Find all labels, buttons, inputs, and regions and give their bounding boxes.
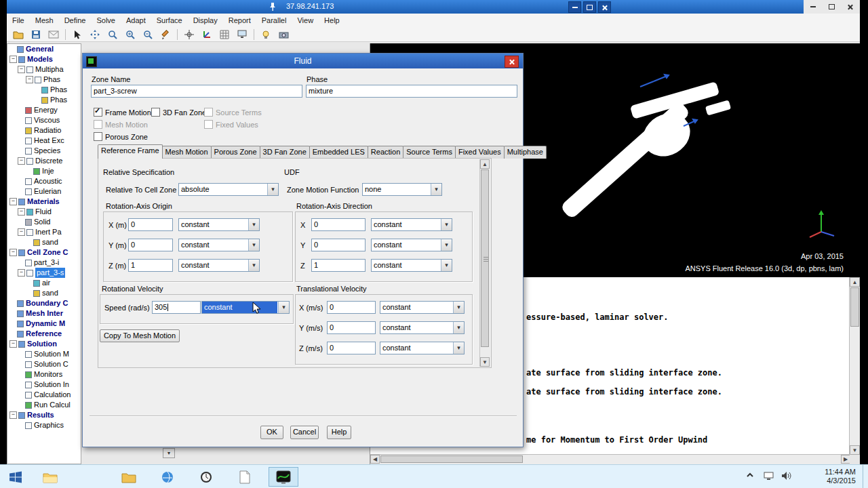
menu-file[interactable]: File <box>7 14 30 27</box>
clock[interactable]: 11:44 AM 4/3/2015 <box>825 468 856 485</box>
tree-item-air[interactable]: air <box>7 278 81 288</box>
tree-item-cell-zone-conditions[interactable]: Cell Zone C <box>7 247 81 258</box>
tree-item-dynamic-mesh[interactable]: Dynamic M <box>7 319 81 329</box>
tree-item-general[interactable]: General <box>7 44 81 54</box>
zoom-in-icon[interactable] <box>121 27 139 42</box>
frame-motion-checkbox[interactable]: Frame Motion <box>94 108 151 117</box>
x-direction-input[interactable]: 0 <box>311 218 366 231</box>
collapse-icon[interactable] <box>9 198 17 205</box>
menu-view[interactable]: View <box>292 14 319 27</box>
menu-surface[interactable]: Surface <box>151 14 188 27</box>
z-velocity-input[interactable]: 0 <box>327 342 376 354</box>
start-button[interactable] <box>1 467 30 487</box>
mail-icon[interactable] <box>45 27 62 42</box>
ok-button[interactable]: OK <box>260 426 283 439</box>
taskbar-documents[interactable] <box>114 467 144 487</box>
tree-item-solution[interactable]: Solution <box>7 339 81 349</box>
tree-item-results[interactable]: Results <box>7 410 81 420</box>
tree-item-acoustics[interactable]: Acoustic <box>7 176 81 186</box>
z-origin-fn-select[interactable]: constant <box>178 259 260 272</box>
z-origin-input[interactable]: 1 <box>128 259 173 272</box>
x-velocity-input[interactable]: 0 <box>327 301 376 314</box>
tree-item-part3-screw-selected[interactable]: part_3-s <box>7 268 81 278</box>
phase-input[interactable]: mixture <box>306 85 517 98</box>
speed-fn-select[interactable]: constant <box>201 301 290 314</box>
open-icon[interactable] <box>9 27 27 42</box>
tree-item-solid[interactable]: Solid <box>7 217 81 227</box>
y-direction-fn-select[interactable]: constant <box>371 239 452 251</box>
fan-zone-checkbox[interactable]: 3D Fan Zone <box>151 108 206 117</box>
tray-expand-icon[interactable] <box>746 471 754 481</box>
tree-item-fluid[interactable]: Fluid <box>7 207 81 217</box>
tree-item-solution-controls[interactable]: Solution C <box>7 359 81 369</box>
menu-mesh[interactable]: Mesh <box>30 14 59 27</box>
collapse-icon[interactable] <box>9 411 17 419</box>
taskbar-clock-app[interactable] <box>191 467 221 487</box>
scroll-left-icon[interactable]: ◀ <box>370 455 380 464</box>
taskbar-fluent-app[interactable] <box>269 467 298 487</box>
scroll-thumb[interactable] <box>850 287 859 327</box>
tab-embedded-les[interactable]: Embedded LES <box>309 146 368 159</box>
tree-item-discrete-phase[interactable]: Discrete <box>7 156 81 166</box>
pin-icon[interactable] <box>269 2 277 13</box>
tab-3d-fan-zone[interactable]: 3D Fan Zone <box>260 146 310 159</box>
scroll-right-icon[interactable]: ▶ <box>841 455 850 464</box>
dialog-close-button[interactable] <box>505 56 519 68</box>
x-origin-fn-select[interactable]: constant <box>178 218 260 231</box>
x-velocity-fn-select[interactable]: constant <box>380 301 465 314</box>
collapse-icon[interactable] <box>9 249 17 256</box>
tab-multiphase[interactable]: Multiphase <box>504 146 547 159</box>
speed-input[interactable]: 305 <box>152 301 201 314</box>
z-direction-input[interactable]: 1 <box>311 259 366 272</box>
window-minimize-button[interactable] <box>806 1 821 12</box>
tree-item-viscous[interactable]: Viscous <box>7 115 81 125</box>
camera-icon[interactable] <box>275 27 292 42</box>
tree-item-heat-exchanger[interactable]: Heat Exc <box>7 136 81 146</box>
collapse-icon[interactable] <box>26 76 33 83</box>
console-vertical-scrollbar[interactable]: ▲ ▼ <box>849 277 860 455</box>
volume-icon[interactable] <box>781 471 792 482</box>
tree-item-multiphase[interactable]: Multipha <box>7 64 81 75</box>
rdp-close-button[interactable] <box>598 1 611 13</box>
tree-item-phases[interactable]: Phas <box>7 75 81 85</box>
tree-item-reference-values[interactable]: Reference <box>7 329 81 339</box>
collapse-icon[interactable] <box>18 228 25 236</box>
z-velocity-fn-select[interactable]: constant <box>380 342 465 354</box>
taskbar-file-explorer[interactable] <box>35 467 65 487</box>
help-button[interactable]: Help <box>327 426 351 439</box>
cancel-button[interactable]: Cancel <box>290 426 319 439</box>
collapse-icon[interactable] <box>18 66 25 73</box>
copy-to-mesh-motion-button[interactable]: Copy To Mesh Motion <box>100 329 180 342</box>
zone-name-input[interactable]: part_3-screw <box>91 85 302 98</box>
collapse-icon[interactable] <box>18 269 25 277</box>
tree-item-phase[interactable]: Phas <box>7 85 81 95</box>
z-direction-fn-select[interactable]: constant <box>371 259 452 272</box>
show-desktop-button[interactable] <box>863 465 868 488</box>
tree-item-solution-methods[interactable]: Solution M <box>7 349 81 359</box>
pointer-icon[interactable] <box>68 27 86 42</box>
tree-item-calculation-activities[interactable]: Calculation <box>7 390 81 400</box>
y-origin-input[interactable]: 0 <box>128 239 173 251</box>
tree-item-energy[interactable]: Energy <box>7 105 81 115</box>
tree-item-boundary-conditions[interactable]: Boundary C <box>7 298 81 308</box>
tree-item-part3-inlet[interactable]: part_3-i <box>7 258 81 268</box>
tree-item-sand[interactable]: sand <box>7 288 81 298</box>
tree-item-phase[interactable]: Phas <box>7 95 81 105</box>
relative-to-cell-zone-select[interactable]: absolute <box>178 183 279 196</box>
zoom-box-icon[interactable] <box>104 27 121 42</box>
window-close-button[interactable] <box>843 1 858 12</box>
collapse-icon[interactable] <box>18 157 25 165</box>
zoom-out-icon[interactable] <box>139 27 157 42</box>
scroll-thumb[interactable] <box>481 169 489 347</box>
window-maximize-button[interactable] <box>824 1 839 12</box>
pan-icon[interactable] <box>86 27 104 42</box>
fixed-values-checkbox[interactable]: Fixed Values <box>204 120 258 129</box>
tree-item-materials[interactable]: Materials <box>7 197 81 207</box>
scroll-down-icon[interactable]: ▼ <box>850 445 860 455</box>
dialog-scrollbar[interactable]: ▲ ▼ <box>479 159 490 367</box>
tab-fixed-values[interactable]: Fixed Values <box>455 146 505 159</box>
menu-solve[interactable]: Solve <box>91 14 121 27</box>
y-direction-input[interactable]: 0 <box>311 239 366 251</box>
menu-parallel[interactable]: Parallel <box>256 14 292 27</box>
tab-reaction[interactable]: Reaction <box>368 146 403 159</box>
